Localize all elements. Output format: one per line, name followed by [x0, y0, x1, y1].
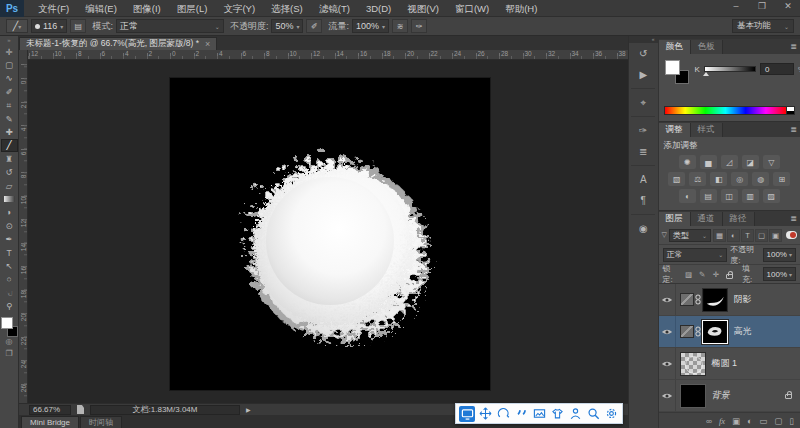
capture-person-icon[interactable] [567, 406, 583, 422]
canvas[interactable] [170, 78, 490, 390]
mask-link-icon[interactable] [695, 326, 701, 337]
flow-select[interactable]: 100% ▾ [352, 19, 389, 33]
layer-thumbnail[interactable] [680, 293, 694, 306]
history-brush-tool[interactable]: ↺ [1, 166, 18, 179]
photo-filter-icon[interactable]: ◎ [731, 172, 748, 186]
layer-visibility-eye-icon[interactable] [659, 284, 676, 315]
menu-item-4[interactable]: 文字(Y) [215, 0, 263, 17]
gradient-map-icon[interactable]: ▥ [742, 189, 759, 203]
slider-marker[interactable] [703, 72, 709, 76]
pressure-size-icon[interactable]: ✑ [411, 19, 427, 33]
dodge-tool[interactable]: ⊙ [1, 219, 18, 232]
layers-tab-1[interactable]: 通道 [691, 212, 723, 226]
document-tab[interactable]: 未标题-1-恢复的 @ 66.7%(高光, 图层蒙版/8) * × [19, 37, 217, 50]
levels-icon[interactable]: ▅ [700, 155, 717, 169]
toolbar-collapse-icon[interactable]: » [7, 36, 10, 45]
move-tool[interactable]: ✛ [1, 45, 18, 58]
lock-all-icon[interactable] [724, 268, 735, 280]
paragraph-panel-icon[interactable]: ¶ [631, 190, 655, 211]
status-flyout-icon[interactable]: ▶ [246, 406, 251, 413]
menu-item-7[interactable]: 3D(D) [358, 0, 399, 17]
type-tool[interactable]: T [1, 246, 18, 259]
spectrum-bw-ends[interactable] [787, 106, 795, 115]
tool-preset-picker[interactable]: ╱▾ [6, 19, 28, 33]
gradient-tool[interactable] [1, 192, 18, 205]
character-panel-icon[interactable]: A [631, 169, 655, 190]
adjustments-tab-0[interactable]: 调整 [659, 123, 691, 137]
vibrance-icon[interactable]: ▽ [763, 155, 780, 169]
layer-mask-thumbnail[interactable] [702, 320, 728, 344]
pen-tool[interactable]: ✒ [1, 232, 18, 245]
color-balance-icon[interactable]: ⚖ [689, 172, 706, 186]
layer-opacity-select[interactable]: 100% ▾ [763, 248, 796, 262]
path-selection-tool[interactable]: ↖ [1, 259, 18, 272]
panel-menu-icon[interactable]: ≣ [790, 214, 797, 223]
selective-color-icon[interactable]: ▨ [763, 189, 780, 203]
filter-shape-layers-icon[interactable]: ▢ [755, 229, 768, 242]
layer-style-icon[interactable]: fx [719, 416, 725, 426]
capture-annotate-icon[interactable] [513, 406, 529, 422]
menu-item-9[interactable]: 窗口(W) [447, 0, 497, 17]
actions-panel-icon[interactable]: ▶ [631, 64, 655, 85]
filter-adjustment-layers-icon[interactable]: ◐ [727, 229, 740, 242]
airbrush-icon[interactable]: ≋ [392, 19, 408, 33]
capture-magnifier-icon[interactable] [585, 406, 601, 422]
new-adjustment-icon[interactable]: ◐ [747, 416, 752, 426]
shape-tool[interactable]: ○ [1, 273, 18, 286]
eyedropper-tool[interactable]: ✎ [1, 112, 18, 125]
posterize-icon[interactable]: ▤ [700, 189, 717, 203]
new-group-icon[interactable]: ▭ [759, 416, 767, 426]
color-tab-1[interactable]: 色板 [691, 40, 723, 54]
curves-icon[interactable]: ◿ [721, 155, 738, 169]
crop-tool[interactable]: ⌗ [1, 99, 18, 112]
menu-item-3[interactable]: 图层(L) [169, 0, 216, 17]
blend-mode-select[interactable]: 正常 ⌄ [116, 19, 224, 33]
close-document-icon[interactable]: × [205, 39, 210, 49]
eraser-tool[interactable]: ▱ [1, 179, 18, 192]
capture-record-icon[interactable] [459, 406, 475, 422]
zoom-tool[interactable]: ⚲ [1, 299, 18, 312]
panel-color-swatches[interactable] [665, 60, 689, 84]
color-swatches[interactable] [1, 317, 18, 337]
capture-rotate-icon[interactable] [495, 406, 511, 422]
dock-collapse-icon[interactable]: « [629, 36, 658, 43]
healing-brush-tool[interactable]: ✚ [1, 125, 18, 138]
layer-row-1[interactable]: 高光 [659, 316, 800, 348]
lasso-tool[interactable]: ∿ [1, 72, 18, 85]
history-panel-icon[interactable]: ↺ [631, 43, 655, 64]
minimize-button[interactable]: – [728, 1, 744, 11]
panel-menu-icon[interactable]: ≣ [790, 42, 797, 51]
menu-item-5[interactable]: 选择(S) [263, 0, 311, 17]
capture-shirt-icon[interactable] [549, 406, 565, 422]
layer-row-0[interactable]: 阴影 [659, 284, 800, 316]
mask-link-icon[interactable] [695, 294, 701, 305]
brush-panel-icon[interactable]: ✑ [631, 120, 655, 141]
menu-item-2[interactable]: 图像(I) [125, 0, 169, 17]
exposure-icon[interactable]: ◪ [742, 155, 759, 169]
quick-mask-button[interactable]: ◎ [6, 337, 13, 349]
layer-thumbnail[interactable] [680, 352, 706, 376]
lock-transparent-icon[interactable]: ▨ [683, 268, 694, 280]
invert-icon[interactable]: ◐ [679, 189, 696, 203]
quick-selection-tool[interactable]: ✐ [1, 85, 18, 98]
capture-image-icon[interactable] [531, 406, 547, 422]
info-panel-icon[interactable]: ◉ [631, 218, 655, 239]
layer-visibility-eye-icon[interactable] [659, 348, 676, 379]
restore-button[interactable]: ❐ [754, 1, 770, 11]
panel-menu-icon[interactable]: ≣ [790, 125, 797, 134]
color-spectrum-ramp[interactable] [664, 106, 787, 115]
add-mask-icon[interactable]: ▣ [732, 416, 740, 426]
delete-layer-icon[interactable]: ▯ [789, 416, 794, 426]
layer-blend-mode-select[interactable]: 正常 ⌄ [663, 248, 728, 262]
filter-type-layers-icon[interactable]: T [741, 229, 754, 242]
layers-tab-0[interactable]: 图层 [659, 212, 691, 226]
zoom-level-field[interactable]: 66.67% [29, 405, 71, 415]
layer-thumbnail[interactable] [680, 325, 694, 338]
opacity-select[interactable]: 50% ▾ [271, 19, 303, 33]
brush-tool[interactable]: ╱ [1, 139, 18, 152]
layer-visibility-eye-icon[interactable] [659, 316, 676, 347]
blur-tool[interactable]: ◗ [1, 206, 18, 219]
menu-item-6[interactable]: 滤镜(T) [311, 0, 358, 17]
clone-source-panel-icon[interactable]: ⌖ [631, 92, 655, 113]
brush-size-picker[interactable]: 116 ▾ [31, 19, 67, 33]
